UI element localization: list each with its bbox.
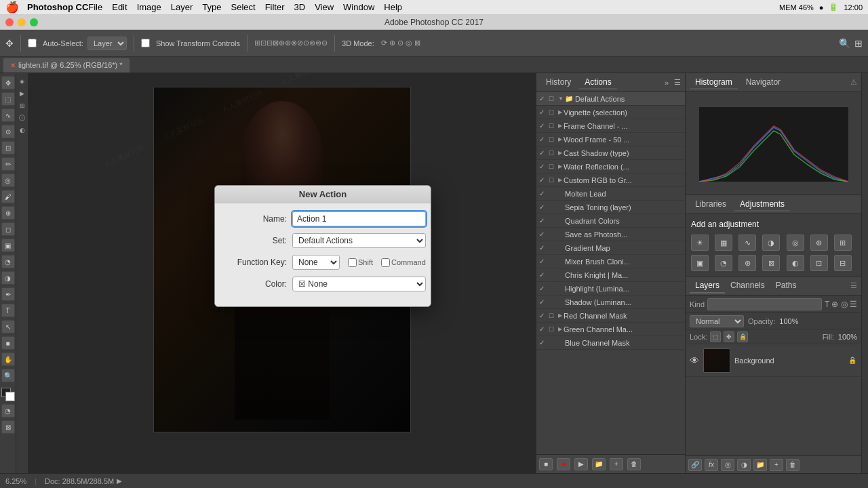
- action-item-gradient-map[interactable]: ✓ Gradient Map: [536, 241, 685, 255]
- apple-menu[interactable]: 🍎: [5, 1, 19, 14]
- action-item-water-reflection[interactable]: ✓ ☐ ▶ Water Reflection (...: [536, 160, 685, 174]
- adj-photo-filter[interactable]: ◔: [715, 255, 732, 271]
- folder-button[interactable]: 📁: [592, 458, 606, 470]
- menu-window[interactable]: Window: [343, 2, 374, 12]
- action-item-blue-channel[interactable]: ✓ Blue Channel Mask: [536, 336, 685, 350]
- menu-type[interactable]: Type: [202, 2, 221, 12]
- lock-position-btn[interactable]: ✥: [724, 331, 734, 342]
- actions-tab[interactable]: Actions: [579, 76, 616, 89]
- history-tab[interactable]: History: [540, 76, 576, 89]
- adj-curves[interactable]: ∿: [738, 235, 756, 251]
- adj-exposure[interactable]: ◑: [762, 235, 780, 251]
- adj-brightness[interactable]: ☀: [691, 235, 709, 251]
- close-button[interactable]: [5, 18, 14, 26]
- layers-tab-paths[interactable]: Paths: [770, 279, 802, 293]
- fullscreen-button[interactable]: [30, 18, 38, 26]
- adj-posterize[interactable]: ⊡: [810, 255, 828, 271]
- action-item-save-as[interactable]: ✓ Save as Photosh...: [536, 228, 685, 241]
- menu-image[interactable]: Image: [137, 2, 161, 12]
- layers-tab-channels[interactable]: Channels: [725, 279, 770, 293]
- adj-vibrance[interactable]: ◎: [787, 235, 804, 251]
- layers-search-input[interactable]: [707, 298, 822, 310]
- actions-group-header[interactable]: ✓ ☐ ▼ 📁 Default Actions: [536, 92, 685, 106]
- adj-invert[interactable]: ◐: [787, 255, 804, 271]
- adj-levels[interactable]: ▦: [715, 235, 732, 251]
- path-select-tool[interactable]: ↖: [1, 320, 15, 333]
- action-item-mixer-brush[interactable]: ✓ Mixer Brush Cloni...: [536, 255, 685, 268]
- right-collapse-handle[interactable]: [861, 73, 868, 473]
- adjustments-tab[interactable]: Adjustments: [734, 198, 790, 211]
- move-tool-icon[interactable]: ✥: [5, 38, 14, 49]
- fg-bg-colors[interactable]: [1, 388, 15, 401]
- action-name-input[interactable]: [292, 211, 426, 226]
- lock-pixels-btn[interactable]: ⬚: [710, 331, 721, 342]
- panel-menu-icon[interactable]: ☰: [674, 78, 681, 87]
- adj-hsl[interactable]: ⊕: [810, 235, 828, 251]
- action-item-shadow[interactable]: ✓ Shadow (Luminan...: [536, 296, 685, 309]
- type-tool[interactable]: T: [1, 304, 15, 317]
- action-item-wood-frame[interactable]: ✓ ☐ ▶ Wood Frame - 50 ...: [536, 133, 685, 146]
- shape-tool[interactable]: ■: [1, 336, 15, 350]
- zoom-tool[interactable]: 🔍: [1, 369, 15, 382]
- add-mask-btn[interactable]: ◎: [721, 459, 734, 471]
- marquee-tool[interactable]: ⬚: [1, 92, 15, 106]
- record-action-button[interactable]: ●: [557, 458, 570, 470]
- menu-3d[interactable]: 3D: [294, 2, 306, 12]
- crop-tool[interactable]: ⊡: [1, 141, 15, 155]
- menu-edit[interactable]: Edit: [112, 2, 127, 12]
- action-set-select[interactable]: Default Actions: [292, 233, 426, 248]
- gradient-tool[interactable]: ▣: [1, 239, 15, 252]
- link-layers-btn[interactable]: 🔗: [688, 459, 702, 471]
- menu-select[interactable]: Select: [231, 2, 255, 12]
- delete-layer-btn[interactable]: 🗑: [786, 459, 800, 471]
- action-item-cast-shadow[interactable]: ✓ ☐ ▶ Cast Shadow (type): [536, 146, 685, 160]
- brush-tool[interactable]: 🖌: [1, 190, 15, 203]
- adj-channel-mixer[interactable]: ⊛: [738, 255, 756, 271]
- quick-select-tool[interactable]: ⊙: [1, 125, 15, 138]
- adj-color-lookup[interactable]: ⊠: [762, 255, 780, 271]
- adj-bw[interactable]: ▣: [691, 255, 709, 271]
- layer-visibility-icon[interactable]: 👁: [690, 355, 699, 366]
- search-icon[interactable]: 🔍: [839, 38, 850, 49]
- panel-toggle-1[interactable]: ◈: [17, 76, 28, 87]
- color-select[interactable]: ☒ None Red Orange: [292, 277, 426, 291]
- adj-color-balance[interactable]: ⊞: [834, 235, 852, 251]
- panel-toggle-3[interactable]: ⊞: [17, 100, 28, 111]
- histogram-tab[interactable]: Histogram: [690, 76, 738, 89]
- menu-file[interactable]: File: [88, 2, 102, 12]
- more-arrow[interactable]: ▶: [117, 477, 122, 485]
- panel-expand-icon[interactable]: »: [665, 79, 669, 87]
- action-item-custom-rgb[interactable]: ✓ ☐ ▶ Custom RGB to Gr...: [536, 174, 685, 187]
- spot-heal-tool[interactable]: ◎: [1, 174, 15, 187]
- menu-layer[interactable]: Layer: [171, 2, 193, 12]
- action-item-frame-channel[interactable]: ✓ ☐ ▶ Frame Channel - ...: [536, 119, 685, 133]
- layers-panel-menu[interactable]: ☰: [850, 281, 857, 290]
- menu-help[interactable]: Help: [384, 2, 402, 12]
- new-action-button[interactable]: +: [610, 458, 623, 470]
- app-name[interactable]: Photoshop CC: [27, 2, 88, 12]
- document-tab[interactable]: ✕ lighten.tif @ 6.25% (RGB/16*) *: [3, 58, 130, 73]
- action-item-vignette[interactable]: ✓ ☐ ▶ Vignette (selection): [536, 106, 685, 119]
- libraries-tab[interactable]: Libraries: [690, 198, 732, 211]
- transform-checkbox[interactable]: [141, 39, 150, 47]
- eraser-tool[interactable]: ◻: [1, 222, 15, 236]
- blur-tool[interactable]: ◔: [1, 255, 15, 268]
- screen-mode-btn[interactable]: ⊠: [1, 420, 15, 434]
- eyedropper-tool[interactable]: ✏: [1, 157, 15, 171]
- panel-toggle-5[interactable]: ◐: [17, 125, 28, 136]
- auto-select-select[interactable]: Layer: [87, 37, 127, 50]
- menu-view[interactable]: View: [315, 2, 334, 12]
- minimize-button[interactable]: [18, 18, 26, 26]
- fkey-select[interactable]: None F2F3: [292, 255, 340, 270]
- action-item-quadrant[interactable]: ✓ Quadrant Colors: [536, 214, 685, 228]
- layer-item-background[interactable]: 👁 Background 🔒: [686, 344, 861, 377]
- hand-tool[interactable]: ✋: [1, 352, 15, 366]
- quick-mask-btn[interactable]: ◔: [1, 404, 15, 418]
- action-item-red-channel[interactable]: ✓ ☐ ▶ Red Channel Mask: [536, 309, 685, 323]
- stop-button[interactable]: ■: [539, 458, 553, 470]
- command-checkbox[interactable]: [381, 258, 390, 267]
- delete-action-button[interactable]: 🗑: [627, 458, 641, 470]
- action-item-chris-knight[interactable]: ✓ Chris Knight | Ma...: [536, 268, 685, 282]
- menu-filter[interactable]: Filter: [265, 2, 285, 12]
- action-item-highlight[interactable]: ✓ Highlight (Lumina...: [536, 282, 685, 296]
